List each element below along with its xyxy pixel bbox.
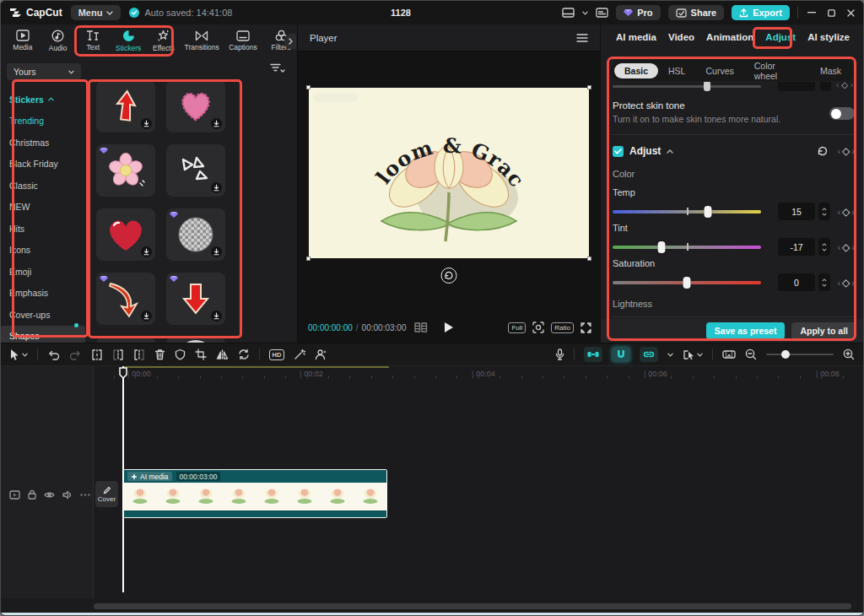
sidebar-item-new[interactable]: NEW [1, 197, 88, 219]
sidebar-item-stickers[interactable]: Stickers [1, 89, 88, 111]
preview-canvas[interactable]: Bloom & Grace [309, 88, 589, 258]
sticker-card-red-curved-arrow[interactable] [96, 273, 155, 325]
preview-axis-button[interactable] [683, 349, 703, 360]
sidebar-item-trending[interactable]: Trending [1, 111, 88, 132]
replace-rotate-icon[interactable] [238, 349, 250, 360]
zoom-out-icon[interactable] [745, 349, 757, 360]
tab-ai-media[interactable]: AI media [616, 32, 656, 42]
media-tab-media[interactable]: Media [6, 30, 40, 51]
layout-icon[interactable] [562, 8, 575, 18]
sticker-card-pink-scribble-heart[interactable] [166, 80, 225, 132]
mute-shield-icon[interactable] [175, 349, 186, 360]
apply-to-all-button[interactable]: Apply to all [791, 322, 856, 339]
fullscreen-icon[interactable] [580, 322, 591, 333]
lock-track-icon[interactable] [28, 489, 36, 500]
focus-icon[interactable] [532, 322, 544, 333]
subtab-hsl[interactable]: HSL [658, 63, 695, 78]
full-button[interactable]: Full [508, 322, 526, 333]
keyframe-controls[interactable]: ‹ ◇ › [837, 145, 855, 157]
frame-view-icon[interactable] [414, 322, 428, 332]
pro-button[interactable]: Pro [616, 5, 660, 20]
tab-ai-stylize[interactable]: AI stylize [807, 32, 850, 42]
sticker-card-red-down-arrow[interactable] [166, 273, 225, 325]
media-tab-text[interactable]: Text [77, 30, 111, 51]
selection-handle[interactable] [587, 85, 591, 89]
tab-animation[interactable]: Animation [706, 32, 753, 42]
mirror-flip-icon[interactable] [216, 349, 229, 360]
saturation-keyframe[interactable]: ‹ ◇ › [837, 277, 855, 289]
selection-handle[interactable] [306, 257, 310, 261]
maximize-button[interactable] [825, 7, 837, 19]
sticker-card-red-arrow-up[interactable] [96, 80, 155, 132]
menu-button[interactable]: Menu [71, 5, 122, 20]
ratio-button[interactable]: Ratio [551, 322, 574, 333]
sticker-card-pink-flower[interactable] [96, 144, 155, 197]
playhead-line[interactable] [122, 366, 124, 592]
play-button[interactable] [444, 322, 454, 333]
selection-handle[interactable] [306, 85, 310, 89]
record-voiceover-icon[interactable] [555, 349, 564, 360]
tint-stepper[interactable] [818, 238, 830, 256]
media-tab-audio[interactable]: Audio [41, 30, 75, 52]
magic-wand-icon[interactable] [294, 349, 305, 360]
sidebar-item-black-friday[interactable]: Black Friday [1, 154, 88, 176]
sticker-card-partial-left[interactable] [96, 337, 155, 343]
sidebar-item-classic[interactable]: Classic [1, 175, 88, 197]
undo-icon[interactable] [47, 349, 60, 360]
export-button[interactable]: Export [732, 5, 790, 20]
saturation-value[interactable]: 0 [778, 273, 815, 291]
layout-chevron-icon[interactable] [582, 11, 588, 15]
subtab-mask[interactable]: Mask [810, 63, 851, 78]
adapt-timeline-icon[interactable] [722, 349, 736, 359]
toggle-visibility-icon[interactable] [44, 491, 55, 499]
rotate-handle[interactable] [441, 267, 457, 284]
playhead-handle[interactable] [119, 367, 127, 379]
sticker-card-red-glossy-heart[interactable] [96, 208, 155, 261]
saturation-stepper[interactable] [818, 273, 830, 291]
filter-button[interactable] [270, 63, 285, 74]
cover-button[interactable]: Cover [95, 481, 118, 507]
temp-value[interactable]: 15 [778, 203, 815, 220]
yours-dropdown[interactable]: Yours [7, 63, 81, 80]
player-menu-icon[interactable] [576, 34, 588, 42]
zoom-in-icon[interactable] [843, 349, 855, 360]
split-delete-left-icon[interactable] [112, 349, 124, 360]
selection-handle[interactable] [587, 257, 591, 261]
link-chevron-icon[interactable] [667, 353, 673, 357]
media-tab-effects[interactable]: Effects [147, 30, 181, 52]
tab-adjust[interactable]: Adjust [765, 32, 796, 42]
split-delete-right-icon[interactable] [133, 349, 145, 360]
ai-media-clip[interactable]: AI media 00:00:03:00 [123, 469, 387, 518]
saturation-slider[interactable] [613, 281, 761, 284]
sidebar-item-hits[interactable]: Hits [1, 218, 88, 240]
reset-icon[interactable] [817, 145, 829, 157]
select-tool-button[interactable] [9, 349, 28, 360]
collapse-chevron-icon[interactable] [667, 149, 673, 154]
hd-quality-button[interactable]: HD [269, 349, 284, 360]
ripple-toggle[interactable] [584, 347, 602, 362]
mute-track-icon[interactable] [62, 490, 73, 500]
tint-keyframe[interactable]: ‹ ◇ › [837, 241, 855, 253]
horizontal-scrollbar[interactable] [94, 603, 851, 609]
sidebar-item-emoji[interactable]: Emoji [1, 261, 88, 283]
tint-slider[interactable] [613, 246, 761, 249]
media-tab-captions[interactable]: Captions [224, 30, 263, 51]
protect-skin-tone-toggle[interactable] [829, 107, 855, 120]
sidebar-item-cover-ups[interactable]: Cover-ups [1, 304, 88, 326]
notes-icon[interactable] [596, 8, 608, 18]
save-as-preset-button[interactable]: Save as preset [706, 322, 786, 339]
share-button[interactable]: Share [668, 5, 725, 20]
ai-portrait-icon[interactable] [315, 349, 327, 360]
subtab-color-wheel[interactable]: Color wheel [744, 58, 810, 84]
media-tab-stickers[interactable]: Stickers [111, 30, 145, 52]
redo-icon[interactable] [69, 349, 82, 360]
sidebar-item-emphasis[interactable]: Emphasis [1, 283, 88, 305]
media-tab-transitions[interactable]: Transitions [182, 30, 222, 51]
timeline-zoom-slider[interactable] [766, 354, 834, 356]
split-icon[interactable] [91, 349, 103, 360]
sidebar-item-icons[interactable]: Icons [1, 240, 88, 262]
crop-icon[interactable] [195, 349, 207, 360]
tab-video[interactable]: Video [668, 32, 694, 42]
temp-slider[interactable] [613, 210, 761, 213]
minimize-button[interactable] [806, 7, 818, 19]
